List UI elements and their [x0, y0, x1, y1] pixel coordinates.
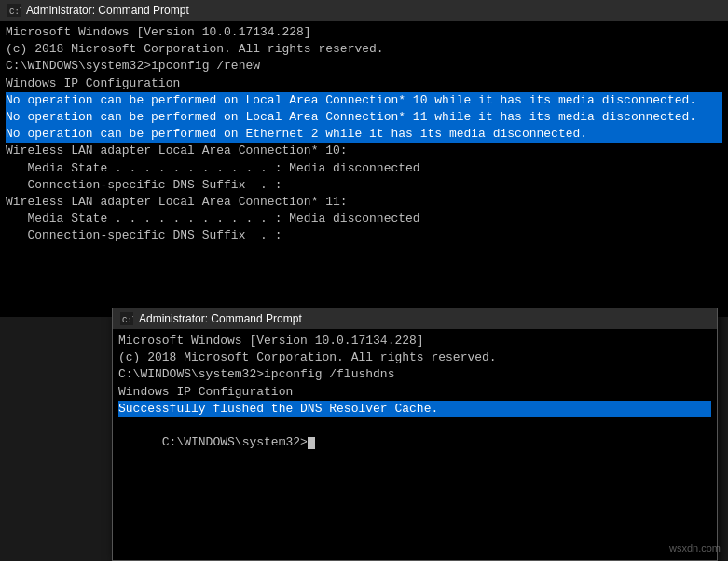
- cursor: [308, 437, 315, 449]
- cmd-line: (c) 2018 Microsoft Corporation. All righ…: [6, 41, 722, 58]
- cmd-window-top: C:\ Administrator: Command Prompt Micros…: [0, 0, 728, 317]
- cmd-window-bottom: C:\ Administrator: Command Prompt Micros…: [112, 308, 718, 561]
- cmd-line: Wireless LAN adapter Local Area Connecti…: [6, 194, 722, 211]
- cmd-line-highlight: No operation can be performed on Local A…: [6, 92, 722, 109]
- cmd-line: (c) 2018 Microsoft Corporation. All righ…: [118, 349, 711, 366]
- cmd-line: C:\WINDOWS\system32>ipconfig /flushdns: [118, 366, 711, 383]
- cmd-line: C:\WINDOWS\system32>ipconfig /renew: [6, 58, 722, 75]
- cmd-line: Microsoft Windows [Version 10.0.17134.22…: [6, 24, 722, 41]
- cmd-line: Media State . . . . . . . . . . . : Medi…: [6, 211, 722, 227]
- svg-text:C:\: C:\: [9, 7, 21, 17]
- cmd-icon: C:\: [7, 4, 21, 17]
- cmd-line-highlight: Successfully flushed the DNS Resolver Ca…: [118, 401, 711, 417]
- bottom-titlebar[interactable]: C:\ Administrator: Command Prompt: [113, 308, 717, 329]
- cmd-line-highlight: No operation can be performed on Local A…: [6, 109, 722, 126]
- top-titlebar[interactable]: C:\ Administrator: Command Prompt: [0, 0, 728, 21]
- cmd-line-highlight: No operation can be performed on Etherne…: [6, 126, 722, 143]
- cmd-line: Microsoft Windows [Version 10.0.17134.22…: [118, 333, 711, 349]
- top-content: Microsoft Windows [Version 10.0.17134.22…: [0, 21, 728, 317]
- cmd-line: Media State . . . . . . . . . . . : Medi…: [6, 160, 722, 177]
- cmd-line: Windows IP Configuration: [118, 384, 711, 401]
- cmd-line: Windows IP Configuration: [6, 75, 722, 92]
- cmd-line: Connection-specific DNS Suffix . :: [6, 177, 722, 194]
- cmd-line: C:\WINDOWS\system32>: [118, 417, 711, 469]
- bottom-content: Microsoft Windows [Version 10.0.17134.22…: [113, 329, 717, 560]
- watermark: wsxdn.com: [669, 542, 721, 554]
- cmd-line: Wireless LAN adapter Local Area Connecti…: [6, 143, 722, 159]
- cmd-line: Connection-specific DNS Suffix . :: [6, 227, 722, 244]
- cmd-icon-bottom: C:\: [120, 312, 133, 325]
- bottom-title: Administrator: Command Prompt: [139, 312, 302, 325]
- svg-text:C:\: C:\: [122, 316, 133, 325]
- top-title: Administrator: Command Prompt: [26, 4, 189, 17]
